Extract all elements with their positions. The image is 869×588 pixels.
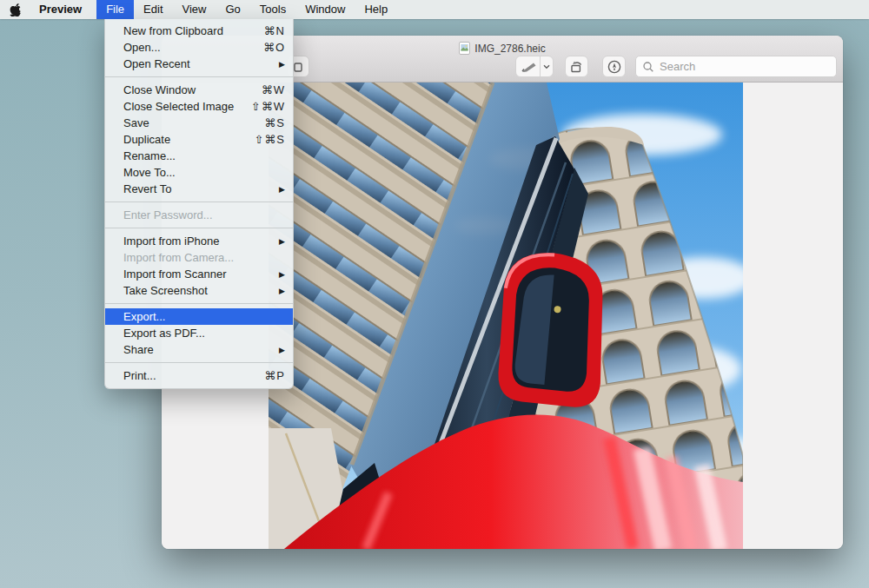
menu-item-new-from-clipboard[interactable]: New from Clipboard⌘N bbox=[105, 23, 293, 39]
search-icon bbox=[642, 61, 654, 73]
menu-item-label: Export... bbox=[123, 308, 165, 325]
menu-item-save[interactable]: Save⌘S bbox=[105, 115, 293, 131]
menu-item-shortcut: ⇧⌘W bbox=[251, 98, 285, 115]
submenu-arrow-icon: ▶ bbox=[279, 342, 285, 359]
menu-item-move-to[interactable]: Move To... bbox=[105, 164, 293, 181]
menu-item-take-screenshot[interactable]: Take Screenshot▶ bbox=[105, 282, 293, 299]
menu-bar: PreviewFileEditViewGoToolsWindowHelp bbox=[0, 0, 869, 19]
menu-item-revert-to[interactable]: Revert To▶ bbox=[105, 181, 293, 197]
menu-item-close-window[interactable]: Close Window⌘W bbox=[105, 82, 293, 98]
menu-item-label: Move To... bbox=[123, 164, 176, 181]
submenu-arrow-icon: ▶ bbox=[279, 283, 285, 300]
menubar-item-edit[interactable]: Edit bbox=[134, 0, 172, 19]
menu-item-shortcut: ⌘O bbox=[263, 39, 285, 56]
menu-separator bbox=[105, 76, 293, 77]
menu-item-label: Import from Camera... bbox=[123, 249, 234, 266]
chevron-down-icon[interactable] bbox=[541, 63, 553, 70]
menu-item-shortcut: ⌘P bbox=[264, 367, 285, 384]
menu-separator bbox=[105, 303, 293, 304]
menu-item-shortcut: ⇧⌘S bbox=[254, 131, 285, 148]
menubar-item-view[interactable]: View bbox=[173, 0, 216, 19]
desktop: IMG_2786.heic bbox=[0, 0, 869, 588]
photo-img-2786 bbox=[269, 83, 743, 549]
menu-item-shortcut: ⌘N bbox=[264, 23, 285, 39]
menu-item-label: Rename... bbox=[123, 148, 176, 164]
menu-item-share[interactable]: Share▶ bbox=[105, 341, 293, 358]
menu-item-shortcut: ⌘W bbox=[262, 82, 285, 98]
menu-item-label: Take Screenshot bbox=[123, 282, 208, 299]
menu-item-export-as-pdf[interactable]: Export as PDF... bbox=[105, 325, 293, 341]
file-menu: New from Clipboard⌘NOpen...⌘OOpen Recent… bbox=[104, 19, 294, 389]
menu-item-label: Enter Password... bbox=[123, 207, 213, 223]
submenu-arrow-icon: ▶ bbox=[279, 234, 285, 250]
menu-item-export[interactable]: Export... bbox=[105, 308, 293, 325]
menubar-item-file[interactable]: File bbox=[96, 0, 134, 19]
menubar-item-window[interactable]: Window bbox=[295, 0, 355, 19]
menu-item-label: Import from iPhone bbox=[123, 233, 220, 249]
submenu-arrow-icon: ▶ bbox=[279, 56, 285, 73]
menubar-item-tools[interactable]: Tools bbox=[250, 0, 295, 19]
menu-item-label: Close Window bbox=[123, 82, 196, 98]
menu-item-label: Save bbox=[123, 115, 149, 131]
search-field[interactable] bbox=[635, 56, 837, 77]
document-proxy-icon bbox=[459, 42, 470, 55]
menubar-item-help[interactable]: Help bbox=[355, 0, 397, 19]
menu-item-label: New from Clipboard bbox=[123, 23, 223, 39]
menu-item-open-recent[interactable]: Open Recent▶ bbox=[105, 56, 293, 72]
menu-item-label: Revert To bbox=[123, 181, 171, 197]
menu-item-import-from-iphone[interactable]: Import from iPhone▶ bbox=[105, 233, 293, 249]
menu-item-enter-password: Enter Password... bbox=[105, 207, 293, 223]
apple-menu[interactable] bbox=[0, 0, 30, 19]
square-icon bbox=[292, 61, 304, 73]
markup-toolbar-pen-circle-icon bbox=[607, 59, 622, 75]
menu-item-import-from-camera: Import from Camera... bbox=[105, 249, 293, 266]
markup-pencil-icon bbox=[517, 60, 540, 74]
rotate-button[interactable] bbox=[565, 56, 588, 77]
search-input[interactable] bbox=[658, 59, 830, 74]
window-title: IMG_2786.heic bbox=[474, 43, 545, 55]
menubar-items: PreviewFileEditViewGoToolsWindowHelp bbox=[30, 0, 397, 19]
menu-item-label: Duplicate bbox=[123, 131, 170, 148]
rotate-left-icon bbox=[569, 59, 584, 74]
menu-item-import-from-scanner[interactable]: Import from Scanner▶ bbox=[105, 266, 293, 282]
menu-item-label: Export as PDF... bbox=[123, 325, 205, 341]
apple-logo-icon bbox=[10, 3, 21, 17]
markup-tool-button[interactable] bbox=[515, 56, 554, 77]
menu-separator bbox=[105, 362, 293, 363]
menu-item-label: Close Selected Image bbox=[123, 98, 234, 115]
submenu-arrow-icon: ▶ bbox=[279, 182, 285, 198]
menu-item-label: Open... bbox=[123, 39, 161, 56]
menu-item-label: Share bbox=[123, 341, 154, 358]
menubar-item-preview[interactable]: Preview bbox=[30, 0, 91, 19]
menu-item-duplicate[interactable]: Duplicate⇧⌘S bbox=[105, 131, 293, 148]
menu-item-shortcut: ⌘S bbox=[264, 115, 285, 131]
menu-item-label: Print... bbox=[123, 367, 156, 384]
menu-item-print[interactable]: Print...⌘P bbox=[105, 367, 293, 384]
menu-item-label: Open Recent bbox=[123, 56, 190, 72]
menubar-item-go[interactable]: Go bbox=[216, 0, 249, 19]
menu-separator bbox=[105, 228, 293, 228]
show-markup-toolbar-button[interactable] bbox=[602, 56, 626, 77]
menu-item-rename[interactable]: Rename... bbox=[105, 148, 293, 164]
menu-separator bbox=[105, 202, 293, 202]
menu-item-label: Import from Scanner bbox=[123, 266, 227, 282]
menu-item-close-selected-image[interactable]: Close Selected Image⇧⌘W bbox=[105, 98, 293, 115]
menu-item-open[interactable]: Open...⌘O bbox=[105, 39, 293, 56]
submenu-arrow-icon: ▶ bbox=[279, 267, 285, 283]
